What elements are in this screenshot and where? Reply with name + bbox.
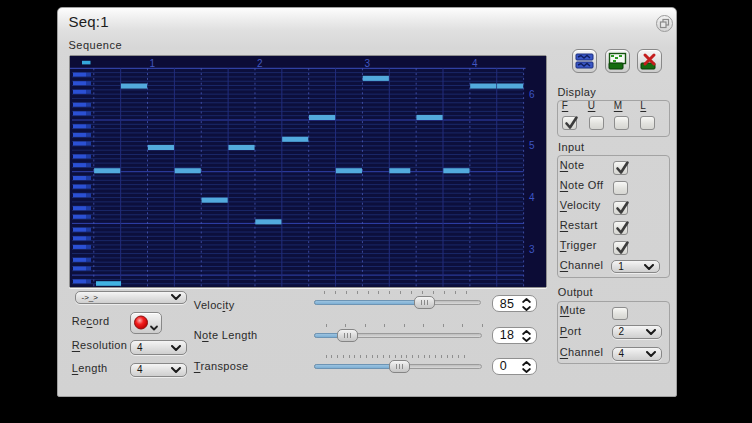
svg-text:6: 6 bbox=[529, 89, 535, 100]
svg-text:2: 2 bbox=[257, 58, 263, 69]
svg-text:4: 4 bbox=[529, 192, 535, 203]
svg-text:4: 4 bbox=[472, 58, 478, 69]
svg-text:1: 1 bbox=[150, 58, 156, 69]
svg-text:5: 5 bbox=[529, 140, 535, 151]
svg-text:3: 3 bbox=[364, 58, 370, 69]
svg-text:3: 3 bbox=[529, 244, 535, 255]
